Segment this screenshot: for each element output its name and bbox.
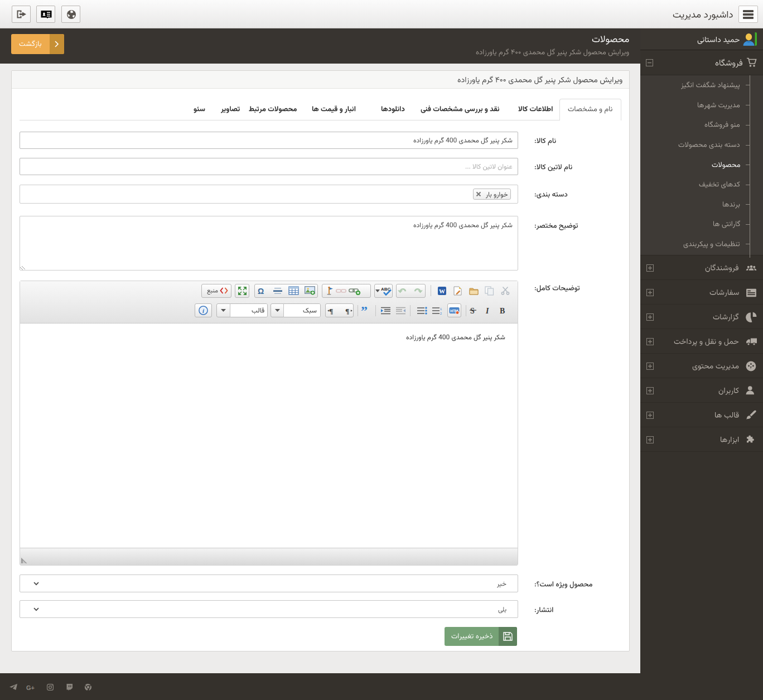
svg-text:Ω: Ω	[258, 287, 264, 296]
svg-text:”: ”	[361, 306, 368, 315]
svg-text:B: B	[500, 307, 505, 315]
svg-text:I: I	[485, 307, 489, 315]
svg-text:1: 1	[440, 307, 442, 310]
svg-text:¶: ¶	[329, 307, 333, 315]
svg-text:W: W	[439, 287, 445, 294]
svg-text:2: 2	[440, 311, 442, 315]
svg-text:G+: G+	[26, 684, 35, 691]
svg-text:¶: ¶	[345, 307, 349, 315]
